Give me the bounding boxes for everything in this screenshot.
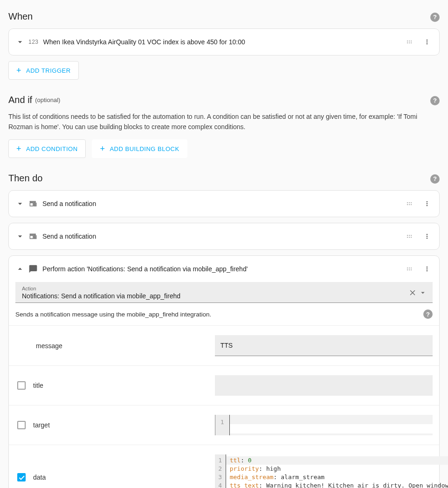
gutter-line-no: 1 [215, 456, 226, 465]
plus-icon: + [16, 144, 21, 153]
clear-icon[interactable] [408, 289, 417, 297]
add-trigger-button[interactable]: + ADD TRIGGER [8, 61, 79, 80]
more-vert-icon[interactable] [423, 265, 431, 273]
andif-description: This list of conditions needs to be sati… [8, 112, 440, 132]
section-thendo-title: Then do [8, 173, 42, 184]
data-code-editor[interactable]: 12345 ttl: 0priority: highmedia_stream: … [215, 454, 448, 488]
trigger-title: When Ikea Vindstyrka AirQuality 01 VOC i… [43, 38, 406, 46]
add-trigger-label: ADD TRIGGER [26, 67, 71, 74]
action-selector-value: Notifications: Send a notification via m… [22, 292, 408, 300]
andif-optional-tag: (optional) [35, 96, 60, 103]
drag-handle-icon[interactable] [406, 200, 413, 207]
action-title: Send a notification [42, 233, 406, 240]
add-condition-label: ADD CONDITION [26, 145, 78, 152]
field-label-target: target [33, 421, 50, 429]
action-card-notification[interactable]: Send a notification [8, 223, 440, 250]
field-label-title: title [33, 382, 43, 389]
help-icon[interactable]: ? [430, 13, 440, 22]
field-label-data: data [33, 474, 46, 481]
devices-icon [28, 199, 38, 208]
action-description: Sends a notification message using the m… [15, 311, 211, 318]
plus-icon: + [100, 144, 105, 153]
action-selector-label: Action [22, 286, 408, 291]
chat-icon [28, 264, 38, 274]
gutter-line-no: 1 [215, 418, 229, 427]
plus-icon: + [16, 66, 21, 75]
section-when-title: When [8, 11, 33, 22]
help-icon[interactable]: ? [430, 174, 440, 184]
title-enable-checkbox[interactable] [17, 381, 26, 390]
add-condition-button[interactable]: + ADD CONDITION [8, 139, 86, 158]
data-enable-checkbox[interactable] [17, 473, 26, 481]
target-enable-checkbox[interactable] [17, 421, 26, 429]
action-title: Send a notification [42, 200, 406, 207]
action-card-header[interactable]: Perform action 'Notifications: Send a no… [9, 256, 439, 282]
numeric-state-icon: 123 [28, 39, 39, 45]
andif-title-text: And if [8, 95, 32, 105]
more-vert-icon[interactable] [423, 38, 431, 46]
message-input[interactable] [215, 335, 433, 356]
chevron-down-icon[interactable] [14, 198, 26, 209]
trigger-card[interactable]: 123 When Ikea Vindstyrka AirQuality 01 V… [8, 28, 440, 55]
action-card-notification[interactable]: Send a notification [8, 190, 440, 217]
target-code-editor[interactable]: 1 [215, 415, 433, 435]
drag-handle-icon[interactable] [406, 38, 413, 46]
more-vert-icon[interactable] [423, 233, 431, 240]
gutter-line-no: 2 [215, 465, 226, 473]
devices-icon [28, 232, 38, 241]
title-input[interactable] [215, 375, 433, 396]
dropdown-arrow-icon[interactable] [419, 289, 427, 297]
drag-handle-icon[interactable] [406, 265, 413, 273]
add-building-block-button[interactable]: + ADD BUILDING BLOCK [92, 139, 187, 158]
chevron-down-icon[interactable] [14, 231, 26, 242]
action-card-perform: Perform action 'Notifications: Send a no… [8, 255, 440, 488]
action-selector[interactable]: Action Notifications: Send a notificatio… [15, 282, 433, 303]
section-andif-title: And if (optional) [8, 95, 60, 105]
help-icon[interactable]: ? [423, 309, 433, 319]
field-label-message: message [36, 342, 62, 350]
gutter-line-no: 4 [215, 481, 226, 488]
chevron-down-icon[interactable] [14, 36, 26, 48]
chevron-up-icon[interactable] [14, 263, 26, 275]
add-building-block-label: ADD BUILDING BLOCK [110, 145, 179, 152]
help-icon[interactable]: ? [430, 96, 440, 105]
gutter-line-no: 3 [215, 473, 226, 481]
more-vert-icon[interactable] [423, 200, 431, 207]
action-title: Perform action 'Notifications: Send a no… [42, 265, 406, 273]
drag-handle-icon[interactable] [406, 233, 413, 240]
